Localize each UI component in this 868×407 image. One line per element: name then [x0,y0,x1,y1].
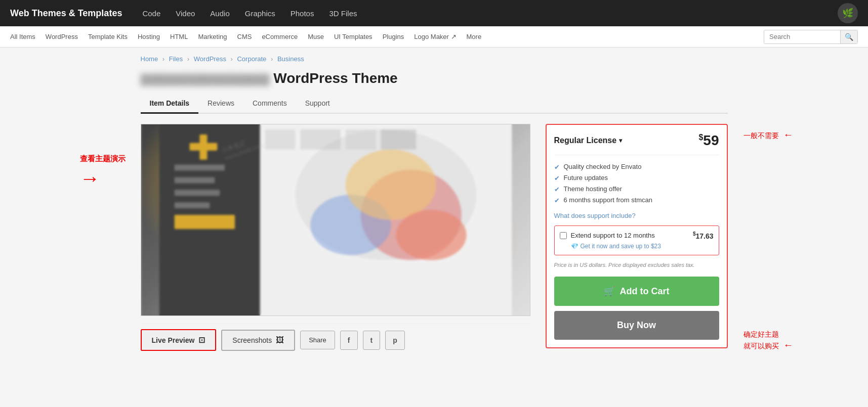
check-icon: ✔ [554,163,560,171]
svg-rect-17 [345,129,376,150]
annotation-right1: 一般不需要 ← [743,129,794,141]
tab-reviews[interactable]: Reviews [198,94,243,114]
subnav-marketing[interactable]: Marketing [198,33,227,40]
svg-rect-4 [174,190,220,196]
facebook-button[interactable]: f [340,331,358,350]
feature-item: ✔ Quality checked by Envato [554,163,719,171]
license-header: Regular License ▾ $59 [554,132,719,155]
license-price: $59 [698,132,719,149]
facebook-icon: f [348,336,350,344]
svg-point-11 [310,195,391,255]
check-icon: ✔ [554,174,560,182]
breadcrumb-files[interactable]: Files [169,55,183,63]
purchase-panel: Regular License ▾ $59 ✔ Quality checked … [546,124,728,348]
price-note: Price is in US dollars. Price displayed … [554,261,719,269]
svg-rect-6 [199,134,207,160]
license-name: Regular License ▾ [554,136,623,145]
product-title: ██████████████████ WordPress Theme [141,70,728,86]
svg-point-13 [396,210,466,260]
svg-rect-5 [174,202,210,208]
extend-support-left: Extend support to 12 months [560,232,655,239]
breadcrumb-home[interactable]: Home [141,55,158,63]
support-include-link[interactable]: What does support include? [554,212,719,219]
feature-item: ✔ Future updates [554,174,719,182]
breadcrumb: Home › Files › WordPress › Corporate › B… [141,55,728,63]
subnav-all-items[interactable]: All Items [10,33,35,40]
dropdown-icon[interactable]: ▾ [619,137,622,144]
pinterest-button[interactable]: p [385,331,405,350]
search-button[interactable]: 🔍 [840,30,857,43]
brand-logo: Web Themes & Templates [10,8,122,19]
diamond-icon: 💎 [571,243,578,250]
save-link[interactable]: 💎 Get it now and save up to $23 [571,243,714,250]
svg-rect-0 [159,124,260,315]
top-nav: Web Themes & Templates Code Video Audio … [0,0,868,26]
svg-rect-8 [260,124,511,315]
add-to-cart-button[interactable]: 🛒 Add to Cart [554,277,719,306]
tab-support[interactable]: Support [296,94,339,114]
twitter-button[interactable]: t [363,331,381,350]
breadcrumb-business[interactable]: Business [277,55,304,63]
feature-item: ✔ Theme hosting offer [554,185,719,193]
nav-graphics[interactable]: Graphics [245,9,275,18]
screenshots-button[interactable]: Screenshots 🖼 [221,330,295,351]
svg-rect-1 [174,215,234,229]
svg-rect-7 [189,143,217,151]
subnav-html[interactable]: HTML [170,33,188,40]
main-content: Home › Files › WordPress › Corporate › B… [131,48,738,364]
tab-comments[interactable]: Comments [243,94,296,114]
nav-code[interactable]: Code [142,9,160,18]
sub-nav-links: All Items WordPress Template Kits Hostin… [10,33,764,40]
buy-now-button[interactable]: Buy Now [554,311,719,340]
subnav-ui-templates[interactable]: UI Templates [334,33,373,40]
subnav-more[interactable]: More [467,33,482,40]
subnav-hosting[interactable]: Hosting [138,33,160,40]
nav-video[interactable]: Video [176,9,195,18]
share-button[interactable]: Share [300,331,335,349]
svg-rect-18 [381,129,416,150]
extend-support-label: Extend support to 12 months [571,232,655,239]
breadcrumb-corporate[interactable]: Corporate [237,55,266,63]
pinterest-icon: p [393,336,397,344]
subnav-wordpress[interactable]: WordPress [46,33,78,40]
top-nav-links: Code Video Audio Graphics Photos 3D File… [142,9,838,18]
content-layout: 查看主题演示 → [141,124,728,356]
watermark: 小米笔记www.zhudc.com [220,133,264,162]
twitter-icon: t [370,336,373,344]
subnav-plugins[interactable]: Plugins [383,33,404,40]
action-bar: Live Preview ⊡ Screenshots 🖼 Share f t [141,324,530,356]
subnav-muse[interactable]: Muse [308,33,324,40]
right-panel: 一般不需要 ← 确定好主题就可以购买 ← Regular License ▾ $… [546,124,728,356]
features-list: ✔ Quality checked by Envato ✔ Future upd… [554,163,719,204]
left-panel: 查看主题演示 → [141,124,530,356]
check-icon: ✔ [554,186,560,193]
live-preview-button[interactable]: Live Preview ⊡ [141,329,217,351]
subnav-cms[interactable]: CMS [237,33,252,40]
svg-rect-14 [260,124,511,315]
product-preview-image: 小米笔记www.zhudc.com [141,124,530,316]
svg-rect-16 [300,129,341,150]
feature-item: ✔ 6 months support from stmcan [554,196,719,204]
image-icon: 🖼 [276,336,284,345]
cart-icon: 🛒 [604,286,615,297]
check-icon: ✔ [554,197,560,204]
svg-point-12 [345,150,436,220]
nav-photos[interactable]: Photos [291,9,314,18]
extend-support-checkbox[interactable] [560,232,567,239]
nav-3d-files[interactable]: 3D Files [329,9,357,18]
breadcrumb-wordpress[interactable]: WordPress [194,55,226,63]
sub-nav: All Items WordPress Template Kits Hostin… [0,26,868,48]
svg-point-9 [295,129,476,260]
subnav-logo-maker[interactable]: Logo Maker ↗ [414,33,456,40]
search-bar: 🔍 [764,30,858,44]
preview-svg [141,124,530,315]
subnav-ecommerce[interactable]: eCommerce [262,33,298,40]
svg-rect-3 [174,177,215,183]
extend-support-price: $17.63 [693,231,714,240]
annotation-right2: 确定好主题就可以购买 ← [743,330,794,351]
subnav-template-kits[interactable]: Template Kits [88,33,128,40]
extend-support-row: Extend support to 12 months $17.63 [560,231,714,240]
search-input[interactable] [764,30,840,43]
nav-audio[interactable]: Audio [210,9,229,18]
tab-item-details[interactable]: Item Details [141,94,199,114]
